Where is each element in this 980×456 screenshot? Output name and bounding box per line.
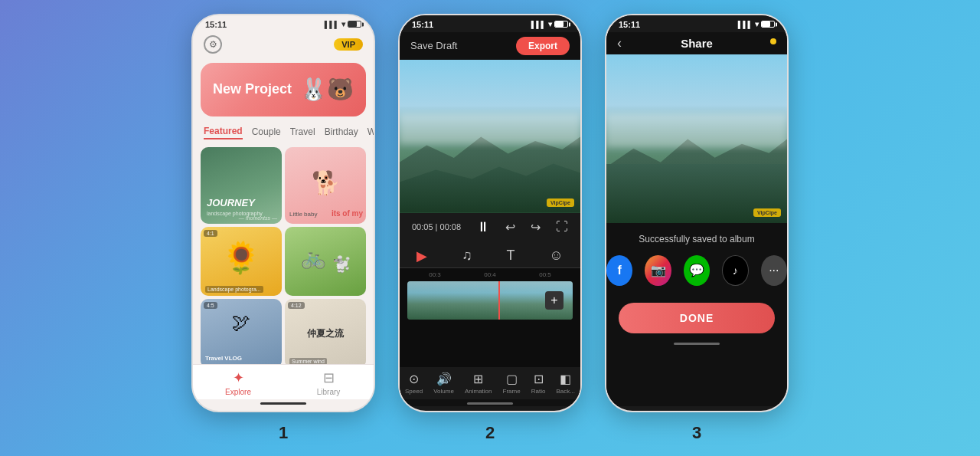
phone-3: 15:11 ▌▌▌ ▾ ‹ Share [605,14,789,412]
animation-label: Animation [465,388,492,395]
phone1-topbar: ⚙ VIP [193,32,374,58]
vip-watermark-2: VipCipe [547,198,574,207]
tool-volume[interactable]: 🔊 Volume [433,372,454,395]
template-bike[interactable]: 🚲 🐩 [285,227,366,296]
speed-icon: ⊙ [409,372,419,386]
editor-tab-music[interactable]: ♫ [462,248,472,264]
playhead [498,281,500,320]
settings-icon[interactable]: ⚙ [204,35,222,54]
video-preview: VipCipe [400,60,580,213]
status-icons-1: ▌▌▌ ▾ [325,20,361,28]
music-tab-icon: ♫ [462,248,472,264]
play-pause-btn[interactable]: ⏸ [476,219,490,235]
tool-back[interactable]: ◧ Back... [556,372,574,395]
redo-btn[interactable]: ↪ [531,220,541,235]
tab-couple[interactable]: Couple [252,126,281,139]
fullscreen-btn[interactable]: ⛶ [556,220,568,234]
bike-emoji: 🚲 [301,246,325,270]
bottom-tools: ⊙ Speed 🔊 Volume ⊞ Animation ▢ Frame ⊡ [400,367,580,399]
tick-2: 00:4 [462,271,518,278]
undo-btn[interactable]: ↩ [505,220,515,235]
status-bar-2: 15:11 ▌▌▌ ▾ [400,15,580,32]
instagram-icon: 📷 [651,263,666,277]
tool-animation[interactable]: ⊞ Animation [465,372,492,395]
tool-frame[interactable]: ▢ Frame [503,372,521,395]
new-project-banner[interactable]: New Project 🐰🐻 [201,63,366,116]
tab-wedding[interactable]: Wedding [368,126,375,139]
home-bar-2 [467,402,513,405]
tool-speed[interactable]: ⊙ Speed [405,372,423,395]
back-label: Back... [556,388,574,395]
video-tab-icon: ▶ [416,248,427,264]
sunflower-emoji: 🌻 [222,239,260,275]
share-tiktok-btn[interactable]: ♪ [722,255,749,286]
phone-2-wrapper: 15:11 ▌▌▌ ▾ Save Draft Export [398,14,582,443]
template-summer-wind[interactable]: 仲夏之流 4:12 Summer wind [285,299,366,364]
template-travel-vlog[interactable]: 🕊 4:5 Travel VLOG [201,299,282,364]
phone-number-1: 1 [279,423,288,443]
editor-tab-emoji[interactable]: ☺ [549,248,563,264]
new-project-text: New Project [213,81,292,97]
editor-tabs: ▶ ♫ T ☺ [400,241,580,268]
tab-birthday[interactable]: Birthday [325,126,358,139]
timeline-track[interactable]: + [407,281,573,320]
battery-icon-1 [348,21,361,28]
chinese-text: 仲夏之流 [307,326,344,340]
vip-badge[interactable]: VIP [334,38,363,51]
back-btn-3[interactable]: ‹ [617,35,622,51]
volume-label: Volume [433,388,454,395]
editor-tab-video[interactable]: ▶ [416,248,427,264]
time-current: 00:05 [412,222,433,231]
animation-icon: ⊞ [473,372,483,386]
template-landscape[interactable]: 🌻 4:1 Landscape photogra... [201,227,282,296]
wifi-icon-1: ▾ [341,20,345,28]
share-line-btn[interactable]: 💬 [684,255,710,286]
status-bar-1: 15:11 ▌▌▌ ▾ [193,15,374,32]
status-icons-3: ▌▌▌ ▾ [738,20,775,28]
save-draft-btn[interactable]: Save Draft [410,40,457,51]
editor-tab-text[interactable]: T [506,248,514,264]
ratio-label: Ratio [531,388,546,395]
home-bar-3 [674,343,720,345]
template-grid: JOURNEY landscape photography — momentss… [193,144,374,364]
playback-controls: 00:05 | 00:08 ⏸ ↩ ↪ ⛶ [400,213,580,241]
signal-icon-2: ▌▌▌ [531,21,546,28]
add-track-btn[interactable]: + [545,291,564,310]
phone-1: 15:11 ▌▌▌ ▾ ⚙ VIP New Project 🐰🐻 [191,14,375,412]
share-vip-watermark: VipCipe [753,208,781,217]
tab-featured[interactable]: Featured [204,126,243,139]
share-icons-row: f 📷 💬 ♪ ··· [606,252,787,297]
share-title: Share [681,37,713,50]
little-baby-text: Little baby [289,211,317,218]
battery-icon-3 [761,21,775,28]
status-time-2: 15:11 [412,20,433,29]
speed-label: Speed [405,388,423,395]
template-journey[interactable]: JOURNEY landscape photography — momentss… [201,147,282,224]
share-facebook-btn[interactable]: f [606,255,632,286]
phone-number-2: 2 [485,423,495,443]
tick-3: 00:5 [518,271,573,278]
travel-vlog-text: Travel VLOG [205,355,242,362]
share-more-btn[interactable]: ··· [761,255,787,286]
nav-explore[interactable]: ✦ Explore [193,369,283,396]
explore-label: Explore [225,388,251,396]
status-time-1: 15:11 [205,20,227,29]
done-btn[interactable]: DONE [619,303,775,333]
saved-message: Successfully saved to album [606,223,787,252]
share-instagram-btn[interactable]: 📷 [645,255,671,286]
signal-icon-1: ▌▌▌ [325,21,339,28]
text-tab-icon: T [506,248,514,264]
export-btn[interactable]: Export [516,37,570,55]
tab-travel[interactable]: Travel [290,126,315,139]
phone2-content: Save Draft Export VipCipe 00:05 | 00:08 [400,32,580,406]
editor-topbar: Save Draft Export [400,32,580,60]
phone-2: 15:11 ▌▌▌ ▾ Save Draft Export [398,14,582,412]
template-little-baby[interactable]: 🐕 Little baby its of my [285,147,366,224]
emoji-tab-icon: ☺ [549,248,563,264]
tool-ratio[interactable]: ⊡ Ratio [531,372,546,395]
phone-1-wrapper: 15:11 ▌▌▌ ▾ ⚙ VIP New Project 🐰🐻 [191,14,375,443]
back-icon: ◧ [560,372,571,386]
nav-library[interactable]: ⊟ Library [283,369,374,396]
landscape-label: Landscape photogra... [205,286,263,293]
phone1-bottom-nav: ✦ Explore ⊟ Library [193,364,374,399]
